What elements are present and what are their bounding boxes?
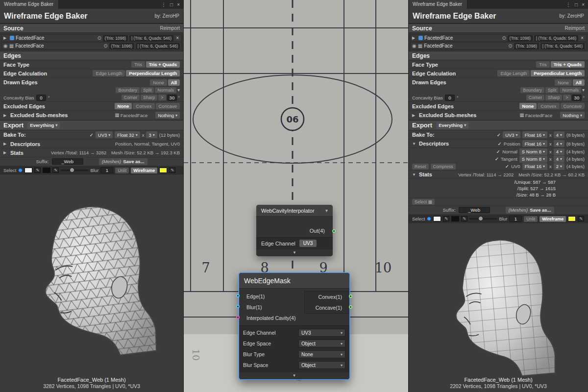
- kebab-menu-icon[interactable]: ⋮: [161, 2, 166, 7]
- node-header[interactable]: WebCavityInterpolator ▾: [256, 205, 333, 217]
- source-row-mesh[interactable]: ▶ FacetedFace ⊙ (Tris: 1098) | (Tris: 6,…: [410, 34, 587, 42]
- maximize-icon[interactable]: □: [170, 2, 173, 7]
- visibility-icon[interactable]: ◉: [412, 44, 416, 49]
- close-icon[interactable]: ×: [177, 2, 180, 7]
- boundary-button[interactable]: Boundary: [520, 87, 544, 93]
- edge-length-button[interactable]: Edge Length: [93, 70, 125, 76]
- sharp-angle-field[interactable]: 30: [572, 95, 582, 101]
- edge-color-swatch-black[interactable]: [43, 168, 50, 173]
- export-scope-dropdown[interactable]: Everything▾: [27, 122, 60, 129]
- select-mode-icon[interactable]: [427, 217, 431, 221]
- foldout-icon[interactable]: ▶: [412, 113, 417, 118]
- greater-than-button[interactable]: >: [158, 95, 166, 100]
- split-button[interactable]: Split: [545, 87, 559, 93]
- export-scope-dropdown[interactable]: Everything▾: [436, 122, 468, 129]
- out-port[interactable]: [332, 229, 336, 233]
- submesh-filter-dropdown[interactable]: Nothing▾: [155, 112, 180, 119]
- wire-color-swatch-yellow[interactable]: [568, 216, 576, 221]
- kebab-menu-icon[interactable]: ⋮: [566, 2, 571, 7]
- window-tab[interactable]: Wireframe Edge Baker: [0, 0, 59, 9]
- normals-button[interactable]: Normals: [155, 87, 176, 93]
- check-icon[interactable]: ✓: [89, 132, 93, 138]
- target-icon[interactable]: ⊙: [508, 44, 512, 49]
- perpendicular-length-button[interactable]: Perpendicular Length: [531, 70, 585, 76]
- eyedropper-icon[interactable]: ✎: [443, 216, 449, 221]
- target-icon[interactable]: ⊙: [97, 36, 101, 41]
- edge-input-port[interactable]: [236, 294, 240, 297]
- excluded-convex-button[interactable]: Convex: [133, 103, 154, 109]
- edge-channel-value[interactable]: UV3: [299, 240, 317, 247]
- bake-format-dropdown[interactable]: Float 16▾: [522, 131, 547, 138]
- wire-color-swatch-yellow[interactable]: [159, 168, 167, 173]
- excluded-none-button[interactable]: None: [115, 103, 132, 109]
- select-split-button[interactable]: Select ▦: [412, 199, 435, 205]
- greater-than-button[interactable]: >: [563, 95, 570, 100]
- eyedropper-icon[interactable]: ✎: [52, 168, 59, 173]
- split-button[interactable]: Split: [141, 87, 154, 93]
- edge-channel-dropdown[interactable]: UV3▾: [298, 329, 345, 337]
- blur-input-port[interactable]: [236, 305, 240, 308]
- face-type-tris-button[interactable]: Tris: [131, 61, 145, 68]
- preview-viewport-left[interactable]: FacetedFace_Web (1 Mesh) 3282 Vertices, …: [0, 175, 183, 392]
- preview-viewport-right[interactable]: FacetedFace_Web (1 Mesh) 2202 Vertices, …: [409, 223, 588, 392]
- interpolated-cavity-input-port[interactable]: [236, 316, 240, 319]
- normals-button[interactable]: Normals: [560, 87, 581, 93]
- blur-slider[interactable]: [61, 170, 88, 171]
- target-icon[interactable]: ⊙: [502, 36, 506, 41]
- descriptor-count-dropdown[interactable]: 4▾: [554, 156, 564, 163]
- drawn-none-button[interactable]: None: [555, 79, 572, 86]
- node-collapse-chevron[interactable]: ▾: [239, 372, 349, 379]
- sharp-button[interactable]: Sharp: [545, 95, 562, 100]
- foldout-icon[interactable]: ▶: [3, 36, 8, 40]
- eyedropper-icon[interactable]: ✎: [169, 168, 175, 173]
- bake-channel-dropdown[interactable]: UV3▾: [503, 131, 520, 138]
- excluded-concave-button[interactable]: Concave: [561, 103, 585, 109]
- bake-count-dropdown[interactable]: 3▾: [146, 131, 157, 138]
- blur-slider-knob[interactable]: [70, 168, 74, 172]
- wireframe-button[interactable]: Wireframe: [131, 168, 157, 173]
- face-type-tris-button[interactable]: Tris: [536, 61, 549, 68]
- drawn-none-button[interactable]: None: [150, 79, 167, 86]
- bake-channel-dropdown[interactable]: UV3▾: [96, 131, 113, 138]
- bake-count-dropdown[interactable]: 4▾: [554, 131, 564, 138]
- remove-source-icon[interactable]: ×: [580, 35, 585, 41]
- caret-icon[interactable]: ▾: [582, 88, 585, 93]
- close-icon[interactable]: ×: [582, 2, 585, 7]
- blur-slider-knob[interactable]: [478, 216, 483, 221]
- unlit-button[interactable]: Unlit: [524, 216, 538, 222]
- descriptor-format-dropdown[interactable]: Float 16▾: [522, 163, 547, 170]
- descriptor-count-dropdown[interactable]: 2▾: [554, 163, 564, 170]
- edge-color-swatch-white[interactable]: [24, 168, 32, 173]
- reimport-button[interactable]: Reimport: [160, 25, 180, 31]
- descriptor-format-dropdown[interactable]: Float 16▾: [522, 140, 547, 147]
- eyedropper-icon[interactable]: ✎: [34, 168, 41, 173]
- blur-field[interactable]: 1: [509, 216, 522, 222]
- descriptor-count-dropdown[interactable]: 4▾: [554, 148, 564, 155]
- edge-color-swatch-white[interactable]: [433, 216, 441, 221]
- chevron-down-icon[interactable]: ▾: [325, 208, 328, 213]
- check-icon[interactable]: ✓: [497, 141, 501, 147]
- save-as-button[interactable]: (Meshes) Save as...: [506, 207, 554, 214]
- head-model-quads[interactable]: [424, 229, 562, 387]
- eyedropper-icon[interactable]: ✎: [461, 216, 467, 221]
- maximize-icon[interactable]: □: [575, 2, 578, 7]
- edge-space-dropdown[interactable]: Object▾: [298, 340, 345, 347]
- corner-button[interactable]: Corner: [122, 95, 140, 100]
- face-type-tris-quads-button[interactable]: Tris + Quads: [146, 61, 180, 68]
- excluded-convex-button[interactable]: Convex: [538, 103, 559, 109]
- source-row-submesh[interactable]: ◉ ▦ FacetedFace ⊙ (Tris: 1098) | (Tris: …: [410, 42, 587, 49]
- node-webedgemask[interactable]: WebEdgeMask Edge(1) Blur(1) Interpolated…: [239, 272, 350, 380]
- compress-button[interactable]: Compress: [431, 164, 456, 170]
- check-icon[interactable]: ✓: [495, 156, 499, 162]
- corner-button[interactable]: Corner: [526, 95, 545, 100]
- blur-field[interactable]: 1: [100, 167, 113, 173]
- node-header[interactable]: WebEdgeMask: [239, 273, 349, 289]
- save-as-button[interactable]: (Meshes) Save as...: [99, 158, 147, 165]
- foldout-icon[interactable]: ▶: [3, 142, 8, 146]
- foldout-icon[interactable]: ▼: [412, 142, 417, 146]
- wireframe-button[interactable]: Wireframe: [539, 216, 566, 222]
- descriptor-format-dropdown[interactable]: S Norm 8▾: [519, 156, 547, 163]
- sharp-angle-field[interactable]: 30: [167, 95, 177, 101]
- drawn-all-button[interactable]: All: [168, 79, 180, 86]
- window-tab[interactable]: Wireframe Edge Baker: [409, 0, 467, 9]
